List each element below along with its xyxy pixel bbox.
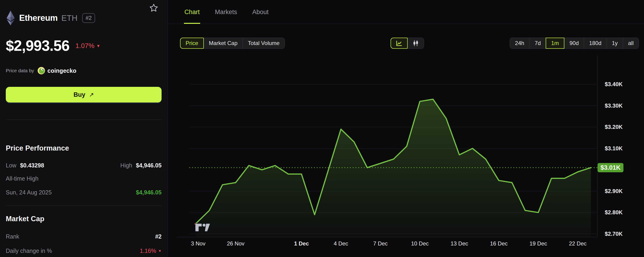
down-triangle-icon: ▼: [96, 44, 100, 48]
y-axis-label: $3.40K: [605, 81, 622, 88]
buy-button-label: Buy: [74, 91, 86, 98]
x-axis-label: 26 Nov: [227, 240, 244, 247]
range-all[interactable]: all: [623, 38, 639, 48]
current-price: $2,993.56: [6, 37, 70, 54]
tab-markets[interactable]: Markets: [214, 0, 238, 24]
time-range-group: 24h7d1m90d180d1yall: [510, 38, 639, 49]
external-arrow-icon: ↗: [89, 92, 94, 98]
coin-header: Ethereum ETH #2: [6, 10, 162, 26]
down-triangle-icon: ▼: [158, 249, 162, 253]
price-area-chart[interactable]: [189, 56, 598, 237]
x-axis-label: 22 Dec: [569, 240, 586, 247]
market-cap-title: Market Cap: [6, 215, 162, 223]
panel-tabs: ChartMarketsAbout: [184, 0, 269, 24]
current-price-badge: $3.01K: [598, 163, 624, 172]
line-chart-icon: [396, 40, 402, 47]
rank-value: #2: [155, 233, 162, 240]
y-axis-label: $2.70K: [605, 230, 622, 237]
x-axis-label: 3 Nov: [191, 240, 206, 247]
y-axis-label: $2.80K: [605, 209, 622, 216]
chart-type-toggle-group: [390, 38, 424, 49]
range-1y[interactable]: 1y: [606, 38, 623, 48]
divider: [6, 120, 162, 120]
high-value: $4,946.05: [136, 162, 162, 169]
x-axis-label: 4 Dec: [334, 240, 348, 247]
high-label: High: [120, 162, 132, 169]
candlestick-icon: [412, 40, 419, 47]
chart-panel: ChartMarketsAbout PriceMarket CapTotal V…: [168, 0, 644, 257]
range-180d[interactable]: 180d: [584, 38, 606, 48]
data-attribution: Price data by coingecko: [6, 66, 162, 75]
rank-label: Rank: [6, 233, 19, 240]
line-chart-button[interactable]: [390, 38, 408, 49]
price-change-percent: 1.07%: [76, 42, 94, 50]
ath-label: All-time High: [6, 175, 38, 182]
tab-about[interactable]: About: [252, 0, 269, 24]
coin-ticker: ETH: [62, 14, 78, 23]
x-axis-label: 13 Dec: [450, 240, 468, 247]
tab-chart[interactable]: Chart: [184, 0, 200, 24]
ath-date: Sun, 24 Aug 2025: [6, 189, 52, 196]
attribution-prefix: Price data by: [6, 68, 34, 74]
price-performance-title: Price Performance: [6, 144, 162, 152]
ath-value: $4,946.05: [136, 189, 162, 196]
ethereum-logo-icon: [6, 10, 16, 26]
y-axis-label: $3.20K: [605, 124, 622, 130]
coin-summary-panel: Ethereum ETH #2 $2,993.56 1.07% ▼ Price …: [0, 0, 168, 257]
metric-price[interactable]: Price: [180, 38, 204, 49]
range-90d[interactable]: 90d: [564, 38, 584, 48]
ath-value-row: Sun, 24 Aug 2025 $4,946.05: [6, 188, 162, 196]
low-value: $0.43298: [20, 162, 44, 169]
range-1m[interactable]: 1m: [546, 38, 564, 49]
coin-name: Ethereum: [19, 13, 58, 23]
y-axis-label: $2.90K: [605, 188, 622, 195]
candlestick-chart-button[interactable]: [408, 38, 424, 48]
price-change: 1.07% ▼: [76, 42, 100, 50]
x-axis-label: 19 Dec: [530, 240, 547, 247]
price-row: $2,993.56 1.07% ▼: [6, 36, 162, 55]
daily-change-value: 1.16%: [140, 248, 156, 254]
metric-toggle-group: PriceMarket CapTotal Volume: [180, 38, 285, 49]
low-high-row: Low $0.43298 High $4,946.05: [6, 161, 162, 170]
y-axis-label: $3.10K: [605, 145, 622, 152]
rank-row: Rank #2: [6, 232, 162, 240]
metric-market-cap[interactable]: Market Cap: [204, 38, 242, 48]
tradingview-logo-icon[interactable]: [195, 223, 212, 232]
range-24h[interactable]: 24h: [510, 38, 529, 48]
buy-button[interactable]: Buy ↗: [6, 87, 162, 102]
x-axis-label: 10 Dec: [411, 240, 429, 247]
x-axis-label: 1 Dec: [294, 240, 309, 247]
daily-change-value-wrap: 1.16% ▼: [140, 248, 162, 254]
daily-change-row: Daily change in % 1.16% ▼: [6, 246, 162, 255]
favorite-star-icon[interactable]: [149, 3, 158, 12]
rank-badge: #2: [82, 13, 95, 23]
metric-total-volume[interactable]: Total Volume: [242, 38, 284, 48]
attribution-provider: coingecko: [48, 68, 76, 74]
tabs-border: [168, 24, 644, 24]
crypto-price-widget: Ethereum ETH #2 $2,993.56 1.07% ▼ Price …: [0, 0, 644, 257]
x-axis-label: 16 Dec: [490, 240, 508, 247]
range-7d[interactable]: 7d: [529, 38, 546, 48]
x-axis-label: 7 Dec: [373, 240, 388, 247]
divider: [6, 206, 162, 206]
ath-label-row: All-time High: [6, 174, 162, 183]
coingecko-logo-icon: [38, 67, 45, 74]
low-label: Low: [6, 162, 16, 169]
daily-change-label: Daily change in %: [6, 248, 52, 254]
y-axis-label: $3.30K: [605, 102, 622, 109]
